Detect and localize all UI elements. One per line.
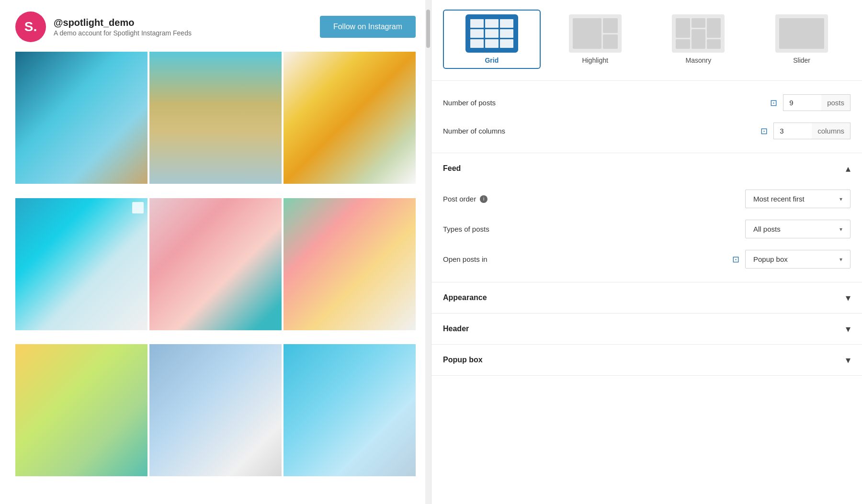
types-posts-label: Types of posts: [443, 225, 489, 233]
popup-box-chevron-down: ▾: [846, 354, 851, 366]
slider-main-cell: [779, 18, 824, 49]
feed-preview-panel: S. @spotlight_demo A demo account for Sp…: [0, 0, 431, 504]
scrollbar-track: [425, 0, 431, 504]
profile-info: S. @spotlight_demo A demo account for Sp…: [15, 11, 192, 42]
header-section: Header ▾: [431, 314, 862, 345]
grid-cell: [470, 39, 484, 48]
grid-cell: [470, 29, 484, 38]
types-posts-dropdown[interactable]: All posts ▾: [745, 220, 851, 238]
num-columns-input[interactable]: [773, 123, 812, 139]
layout-label-grid: Grid: [485, 56, 499, 64]
masonry-cell-short: [676, 39, 690, 49]
types-posts-row: Types of posts All posts ▾: [443, 214, 851, 244]
open-posts-label: Open posts in: [443, 255, 488, 263]
profile-bio: A demo account for Spotlight Instagram F…: [54, 29, 192, 37]
grid-item[interactable]: [15, 344, 147, 476]
open-posts-control: ⊡ Popup box ▾: [732, 250, 851, 269]
header-title: Header: [443, 325, 469, 333]
num-columns-label: Number of columns: [443, 127, 505, 135]
scrollbar-thumb[interactable]: [426, 10, 430, 48]
appearance-section: Appearance ▾: [431, 282, 862, 314]
masonry-cell-short: [692, 18, 705, 28]
post-order-label: Post order i: [443, 195, 488, 203]
masonry-cell-short: [707, 39, 721, 49]
num-columns-row: Number of columns ⊡ columns: [443, 117, 851, 145]
settings-panel: Grid Highlight: [431, 0, 862, 504]
feed-settings-content: Post order i Most recent first ▾ Types o…: [431, 184, 862, 282]
header-section-header[interactable]: Header ▾: [431, 314, 862, 344]
profile-username: @spotlight_demo: [54, 17, 192, 28]
grid-cell: [470, 19, 484, 28]
masonry-preview-thumbnail: [672, 14, 725, 53]
appearance-title: Appearance: [443, 293, 487, 302]
layout-option-grid[interactable]: Grid: [443, 10, 541, 69]
desktop-icon-posts[interactable]: ⊡: [770, 98, 777, 108]
post-order-chevron: ▾: [839, 196, 842, 202]
num-posts-input[interactable]: [783, 94, 821, 111]
desktop-icon-open-posts[interactable]: ⊡: [732, 254, 739, 265]
types-posts-value: All posts: [753, 225, 781, 233]
layout-option-highlight[interactable]: Highlight: [546, 10, 644, 69]
grid-cell: [500, 39, 513, 48]
desktop-icon-columns[interactable]: ⊡: [760, 126, 768, 136]
popup-box-section: Popup box ▾: [431, 345, 862, 376]
grid-item[interactable]: [15, 52, 147, 184]
highlight-preview-thumbnail: [569, 14, 622, 53]
highlight-small-cell: [603, 34, 617, 49]
grid-cell: [485, 19, 499, 28]
profile-details: @spotlight_demo A demo account for Spotl…: [54, 17, 192, 37]
header-chevron-down: ▾: [846, 323, 851, 335]
grid-cell: [485, 29, 499, 38]
grid-item[interactable]: [149, 198, 282, 330]
num-posts-control: ⊡ posts: [770, 94, 851, 111]
feed-section-title: Feed: [443, 164, 461, 173]
appearance-header[interactable]: Appearance ▾: [431, 282, 862, 313]
columns-suffix: columns: [812, 123, 851, 139]
grid-item[interactable]: [15, 198, 147, 330]
layout-option-slider[interactable]: Slider: [753, 10, 851, 69]
layout-label-masonry: Masonry: [686, 56, 712, 64]
post-order-dropdown[interactable]: Most recent first ▾: [745, 190, 851, 208]
post-order-row: Post order i Most recent first ▾: [443, 184, 851, 214]
grid-item[interactable]: [149, 344, 282, 476]
masonry-col: [707, 18, 721, 49]
feed-header: S. @spotlight_demo A demo account for Sp…: [0, 0, 431, 52]
types-posts-chevron: ▾: [839, 226, 842, 233]
grid-item[interactable]: [284, 344, 416, 476]
layout-label-highlight: Highlight: [582, 56, 608, 64]
open-posts-row: Open posts in ⊡ Popup box ▾: [443, 244, 851, 274]
layout-option-masonry[interactable]: Masonry: [650, 10, 748, 69]
highlight-small-cell: [603, 18, 617, 33]
grid-cell: [485, 39, 499, 48]
masonry-col: [692, 18, 705, 49]
slider-preview-thumbnail: [775, 14, 828, 53]
grid-item[interactable]: [149, 52, 282, 184]
masonry-cell-tall: [707, 18, 721, 38]
num-columns-control: ⊡ columns: [760, 123, 851, 139]
masonry-cell-tall: [676, 18, 690, 38]
grid-cell: [500, 29, 513, 38]
post-order-info-icon[interactable]: i: [480, 195, 488, 203]
open-posts-value: Popup box: [753, 255, 788, 263]
feed-section: Feed ▴ Post order i Most recent first ▾ …: [431, 153, 862, 282]
post-order-value: Most recent first: [753, 195, 805, 203]
grid-item[interactable]: [284, 52, 416, 184]
posts-columns-settings: Number of posts ⊡ posts Number of column…: [431, 81, 862, 153]
posts-suffix: posts: [821, 94, 851, 111]
grid-cell: [500, 19, 513, 28]
follow-instagram-button[interactable]: Follow on Instagram: [320, 16, 416, 38]
grid-item[interactable]: [284, 198, 416, 330]
popup-box-header[interactable]: Popup box ▾: [431, 345, 862, 375]
avatar: S.: [15, 11, 46, 42]
feed-section-header[interactable]: Feed ▴: [431, 153, 862, 184]
popup-box-title: Popup box: [443, 356, 483, 364]
highlight-side-cells: [603, 18, 617, 49]
masonry-cell-tall: [692, 29, 705, 49]
grid-preview-thumbnail: [465, 14, 518, 53]
open-posts-dropdown[interactable]: Popup box ▾: [745, 250, 851, 269]
highlight-main-cell: [573, 18, 602, 49]
open-posts-chevron: ▾: [839, 256, 842, 263]
num-posts-row: Number of posts ⊡ posts: [443, 89, 851, 117]
feed-section-chevron-up: ▴: [846, 163, 851, 174]
grid-item-overlay: [132, 202, 144, 213]
